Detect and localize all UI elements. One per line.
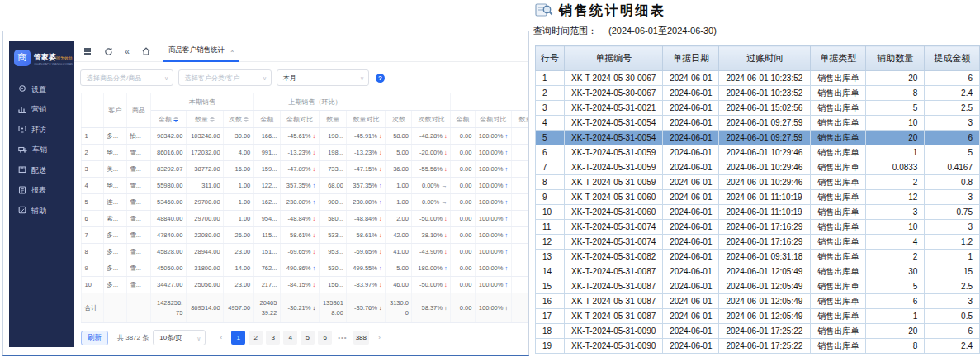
grid-row[interactable]: 9多...雪...45050.0031800.0014.00762...490.… [82,260,530,277]
grid-cell: -43.90% ↓ [412,244,451,260]
sidebar-item-1[interactable]: 营销 [9,100,74,121]
grid-row[interactable]: 1多...怡...90342.00103248.0030.00166...-45… [82,128,530,145]
report-row[interactable]: 16XK-T-2024-05-31-00872024-06-012024-06-… [536,294,980,309]
page-button-1[interactable]: 1 [231,331,245,345]
grid-row[interactable]: 7多...雪...47840.0022080.0026.00115...-58.… [82,227,530,244]
report-row[interactable]: 7XK-T-2024-05-31-00592024-06-012024-06-0… [536,160,980,175]
refresh-button[interactable]: 刷新 [81,331,108,345]
grid-row[interactable]: 10多...雪...34427.0025056.0023.00217...-84… [82,277,530,293]
report-row[interactable]: 8XK-T-2024-05-31-00592024-06-012024-06-0… [536,175,980,190]
report-row[interactable]: 15XK-T-2024-05-31-00872024-06-012024-06-… [536,279,980,294]
report-cell: 6 [866,294,925,309]
report-cell: 2024-06-01 17:25:22 [719,339,811,354]
report-row[interactable]: 11XK-T-2024-05-31-00742024-06-012024-06-… [536,220,980,235]
report-row[interactable]: 19XK-T-2024-05-31-00902024-06-012024-06-… [536,339,980,354]
grid-cell: 530... [319,260,347,277]
product-category-select[interactable]: 选择商品分类/商品∨ [80,69,173,86]
grid-col: 数量 [319,111,347,128]
sidebar-item-6[interactable]: 辅助 [9,201,74,221]
grid-sum-cell: 4957.00 [224,293,254,323]
report-cell: XK-T-2024-05-31-0082 [565,250,663,264]
page-button-388[interactable]: 388 [353,331,369,345]
report-row[interactable]: 10XK-T-2024-05-31-00602024-06-012024-06-… [536,205,980,220]
report-row[interactable]: 13XK-T-2024-05-31-00822024-06-012024-06-… [536,250,980,264]
report-row[interactable]: 3XK-T-2024-05-31-00212024-06-012024-06-0… [536,101,980,116]
report-cell: 2024-06-01 [663,220,719,235]
page-size-select[interactable]: 10条/页∨ [153,330,206,345]
grid-cell: 2.00 [386,211,412,227]
grid-sum-cell: 1353618.00 [319,293,347,323]
page-button-4[interactable]: 4 [283,331,297,345]
grid-cell: 1.00 [224,194,254,211]
period-select[interactable]: 本月∨ [277,69,369,86]
tab-close-icon[interactable]: × [230,47,234,55]
grid-cell: 2 [82,145,104,161]
grid-row[interactable]: 3美...雪...83292.0738772.0016.00159...-47.… [82,161,530,178]
report-cell: 1 [536,71,565,86]
grid-cell: 762... [253,260,280,277]
report-row[interactable]: 9XK-T-2024-05-31-00602024-06-012024-06-0… [536,190,980,205]
report-cell: 12 [866,190,925,205]
grid-cell: 0 [511,194,529,211]
sortable-col[interactable]: 数量 [186,111,223,128]
grid-row[interactable]: 5连...雪...53460.0029700.001.00162...230.0… [82,194,530,211]
report-cell: XK-T-2024-05-30-0067 [565,71,663,86]
sidebar-item-label: 营销 [31,104,46,115]
grid-row[interactable]: 8多...雪...45828.0028944.0023.00151...-69.… [82,244,530,260]
sidebar-item-4[interactable]: 配送 [9,160,74,181]
grid-cell: 28944.00 [186,244,223,260]
prev-page-button[interactable]: ‹ [214,331,228,345]
report-row-selected[interactable]: 5XK-T-2024-05-31-00542024-06-012024-06-0… [536,131,980,145]
sidebar-item-2[interactable]: 拜访 [9,120,74,141]
page-button-3[interactable]: 3 [266,331,280,345]
report-cell: 销售出库单 [811,250,866,264]
grid-cell: 162... [253,194,280,211]
sidebar-item-5[interactable]: 报表 [9,181,74,202]
grid-row[interactable]: 2华...雪...86016.00172032.004.00991...-13.… [82,145,530,161]
customer-category-select[interactable]: 选择客户分类/客户∨ [178,69,272,86]
report-cell: 3 [925,190,980,205]
grid-cell: 499.55% ↑ [347,260,386,277]
next-page-button[interactable]: › [372,331,386,345]
more-pages[interactable]: ••• [335,331,349,345]
report-cell: 2.4 [925,339,980,354]
report-cell: XK-T-2024-05-30-0067 [565,86,663,101]
report-row[interactable]: 2XK-T-2024-05-30-00672024-06-012024-06-0… [536,86,980,101]
sidebar-item-0[interactable]: 设置 [9,79,74,100]
refresh-icon[interactable] [103,47,113,56]
page-button-6[interactable]: 6 [318,331,332,345]
report-row[interactable]: 14XK-T-2024-05-31-00872024-06-012024-06-… [536,264,980,279]
grid-row[interactable]: 4华...雪...55980.00311.001.00122...357.35%… [82,178,530,194]
report-row[interactable]: 18XK-T-2024-05-31-00902024-06-012024-06-… [536,324,980,339]
grid-row[interactable]: 6索...雪...48840.0029700.001.00954...-48.8… [82,211,530,227]
report-cell: 14 [536,264,565,279]
report-row[interactable]: 4XK-T-2024-05-31-00542024-06-012024-06-0… [536,116,980,131]
sortable-col[interactable]: 次数 [224,111,254,128]
report-cell: 13 [536,250,565,264]
help-icon[interactable]: ? [376,74,385,83]
page-button-5[interactable]: 5 [301,331,315,345]
report-cell: 5 [866,279,925,294]
grid-cell: 900... [319,194,347,211]
page-button-2[interactable]: 2 [249,331,263,345]
tab-product-customer-sales[interactable]: 商品客户销售统计 × [163,41,239,62]
report-cell: 8 [536,175,565,190]
sidebar-item-3[interactable]: 车销 [9,141,74,161]
report-cell: 2 [866,175,925,190]
sidebar-item-label: 车销 [32,145,47,155]
menu-icon[interactable] [84,47,94,56]
report-row[interactable]: 1XK-T-2024-05-30-00672024-06-012024-06-0… [536,71,980,86]
report-row[interactable]: 17XK-T-2024-05-31-00872024-06-012024-06-… [536,309,980,324]
report-col-header: 单据编号 [565,46,663,71]
report-cell: 销售出库单 [811,131,866,145]
report-cell: 销售出库单 [811,235,866,250]
report-row[interactable]: 12XK-T-2024-05-31-00742024-06-012024-06-… [536,235,980,250]
grid-cell: -20.00% ↓ [412,145,451,161]
group-3 [451,93,529,111]
home-icon[interactable] [141,46,151,56]
grid-cell: -45.61% ↓ [280,128,319,145]
sortable-col[interactable]: 金额 [151,111,187,128]
report-row[interactable]: 6XK-T-2024-05-31-00592024-06-012024-06-0… [536,145,980,160]
report-cell: 6 [925,71,980,86]
collapse-icon[interactable]: « [122,47,132,56]
